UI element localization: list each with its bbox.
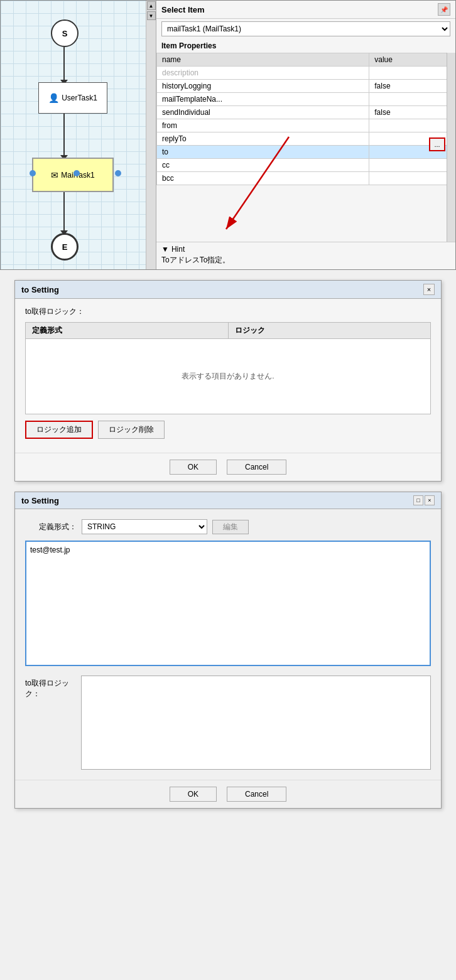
hint-arrow-icon: ▼ (161, 245, 169, 254)
dot-left (30, 170, 36, 176)
prop-row-name[interactable]: description (157, 67, 369, 80)
end-node: E (51, 233, 79, 261)
scroll-up-btn[interactable]: ▲ (147, 1, 156, 10)
scroll-down-btn[interactable]: ▼ (147, 11, 156, 20)
dialog1-subtitle: to取得ロジック： (25, 306, 431, 317)
prop-header: Select Item 📌 (156, 1, 455, 19)
dialog2-title: to Setting (21, 496, 59, 505)
dialog1-ok-btn[interactable]: OK (170, 460, 217, 475)
hint-content: ToアドレスTo指定。 (161, 254, 450, 267)
dialog1-empty-message: 表示する項目がありません. (26, 339, 431, 414)
logic-row: to取得ロジック： (25, 676, 431, 770)
prop-row-name[interactable]: from (157, 119, 369, 132)
dialog1-col-2: ロジック (228, 323, 431, 339)
prop-row-name[interactable]: to (157, 146, 369, 159)
prop-row-value[interactable] (369, 159, 455, 172)
prop-row-value[interactable]: false (369, 106, 455, 119)
prop-scrollbar[interactable] (447, 53, 455, 242)
dialog1-btn-row: ロジック追加 ロジック削除 (25, 421, 431, 439)
add-logic-btn[interactable]: ロジック追加 (25, 421, 93, 439)
dialog1-footer: OK Cancel (15, 453, 441, 481)
dialog2-footer: OK Cancel (15, 780, 441, 808)
dialog1-wrapper: to Setting × to取得ロジック： 定義形式 ロジック 表示する項目が… (0, 270, 456, 492)
prop-row-value[interactable]: false (369, 80, 455, 93)
diagram-area: S 👤 UserTask1 ✉ MailTask1 (1, 1, 156, 269)
prop-row-name[interactable]: historyLogging (157, 80, 369, 93)
dialog2-controls: □ × (413, 495, 435, 505)
prop-row-value[interactable] (369, 67, 455, 80)
form-row-select: 定義形式： STRING 編集 (25, 519, 431, 534)
prop-row-value[interactable] (369, 93, 455, 106)
dialog2-minimize-btn[interactable]: □ (413, 495, 423, 505)
pin-icon[interactable]: 📌 (438, 3, 450, 16)
prop-table: name value descriptionhistoryLoggingfals… (156, 53, 455, 242)
prop-row-value[interactable] (369, 172, 455, 185)
logic-textarea[interactable] (81, 676, 431, 770)
dialog2-box: to Setting □ × 定義形式： STRING 編集 to取得ロジック： (14, 492, 442, 809)
prop-row-value[interactable] (369, 119, 455, 132)
dialog1-close-btn[interactable]: × (423, 284, 435, 295)
dialog1-cancel-btn[interactable]: Cancel (227, 460, 286, 475)
item-select[interactable]: mailTask1 (MailTask1) (161, 21, 450, 36)
start-node: S (51, 19, 79, 47)
user-task-node: 👤 UserTask1 (38, 82, 107, 114)
arrow-mail-to-end (63, 192, 65, 233)
col-value: value (369, 53, 455, 67)
dialog2-close-btn[interactable]: × (425, 495, 435, 505)
top-panel: S 👤 UserTask1 ✉ MailTask1 (0, 0, 456, 270)
dialog2-wrapper: to Setting □ × 定義形式： STRING 編集 to取得ロジック： (0, 492, 456, 819)
properties-panel: Select Item 📌 mailTask1 (MailTask1) Item… (156, 1, 455, 269)
dialog1-table: 定義形式 ロジック 表示する項目がありません. (25, 322, 431, 414)
dialog2-ok-btn[interactable]: OK (170, 787, 217, 802)
prop-row-name[interactable]: mailTemplateNa... (157, 93, 369, 106)
diagram-scrollbar[interactable]: ▲ ▼ (146, 1, 156, 269)
dialog1-body: to取得ロジック： 定義形式 ロジック 表示する項目がありません. ロジック追加… (15, 299, 441, 453)
mail-task-node[interactable]: ✉ MailTask1 (32, 158, 114, 192)
delete-logic-btn[interactable]: ロジック削除 (98, 421, 165, 439)
prop-row-name[interactable]: sendIndividual (157, 106, 369, 119)
logic-section: to取得ロジック： (25, 676, 431, 770)
form-type-select[interactable]: STRING (82, 519, 207, 534)
user-task-icon: 👤 (48, 93, 59, 103)
arrow-s-to-user (63, 47, 65, 82)
prop-row-name[interactable]: cc (157, 159, 369, 172)
mail-task-icon: ✉ (51, 170, 58, 180)
col-name: name (157, 53, 369, 67)
dialog1-title-bar: to Setting × (15, 281, 441, 299)
arrow-user-to-mail (63, 114, 65, 158)
form-label-type: 定義形式： (25, 522, 82, 532)
prop-dropdown: mailTask1 (MailTask1) (161, 21, 450, 36)
hint-section: ▼ Hint ToアドレスTo指定。 (156, 242, 455, 269)
form-textarea[interactable] (25, 541, 431, 666)
dialog1-col-1: 定義形式 (26, 323, 229, 339)
form-edit-btn[interactable]: 編集 (212, 520, 249, 534)
dialog1-box: to Setting × to取得ロジック： 定義形式 ロジック 表示する項目が… (14, 280, 442, 482)
prop-row-name[interactable]: bcc (157, 172, 369, 185)
prop-row-name[interactable]: replyTo (157, 132, 369, 146)
logic-label: to取得ロジック： (25, 676, 76, 699)
hint-header[interactable]: ▼ Hint (161, 245, 450, 254)
dialog1-title: to Setting (21, 285, 59, 294)
ellipsis-button[interactable]: ... (429, 137, 445, 151)
dialog2-title-bar: to Setting □ × (15, 492, 441, 509)
hint-label: Hint (171, 245, 185, 254)
dot-right (115, 170, 121, 176)
dialog2-cancel-btn[interactable]: Cancel (227, 787, 286, 802)
dialog2-body: 定義形式： STRING 編集 to取得ロジック： (15, 509, 441, 780)
prop-title: Select Item (161, 5, 205, 14)
item-properties-label: Item Properties (156, 39, 455, 53)
dot-bottom (73, 170, 80, 176)
